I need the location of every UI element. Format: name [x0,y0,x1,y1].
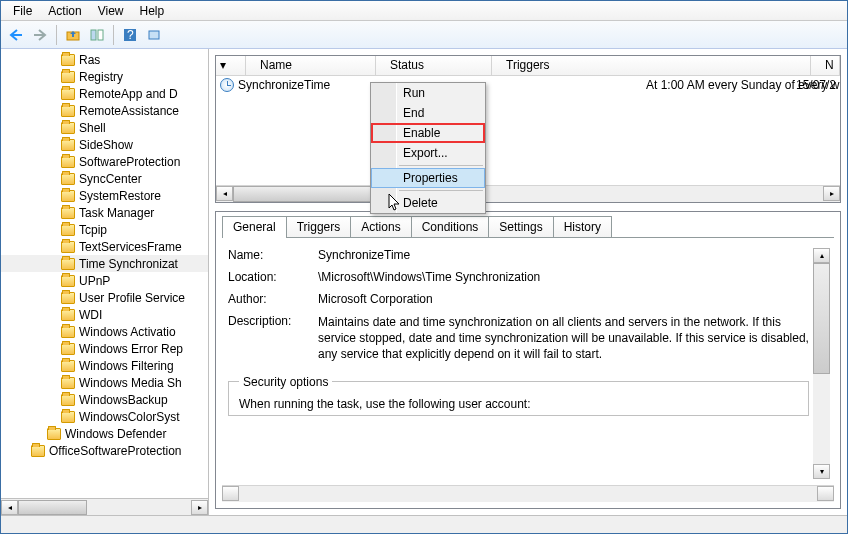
menu-file[interactable]: File [5,2,40,20]
column-sort-indicator[interactable]: ▾ [216,56,246,75]
scroll-track[interactable] [18,500,191,515]
tree-item[interactable]: Registry [1,68,208,85]
tree-item[interactable]: Ras [1,51,208,68]
scroll-left-button[interactable]: ◂ [216,186,233,201]
tree-item[interactable]: SystemRestore [1,187,208,204]
column-name[interactable]: Name [246,56,376,75]
context-end[interactable]: End [371,103,485,123]
tree-item[interactable]: Windows Filtering [1,357,208,374]
tree-item-label: SideShow [79,138,133,152]
forward-button[interactable] [29,24,51,46]
tree-item[interactable]: Windows Media Sh [1,374,208,391]
tree-item-label: Time Synchronizat [79,257,178,271]
tree-item-label: SystemRestore [79,189,161,203]
scroll-right-button[interactable]: ▸ [191,500,208,515]
task-icon [147,29,161,41]
details-horizontal-scrollbar[interactable] [222,485,834,502]
folder-icon [61,122,75,134]
folder-icon [61,360,75,372]
tab-actions[interactable]: Actions [350,216,411,237]
tree-item[interactable]: WindowsColorSyst [1,408,208,425]
tree-item[interactable]: SyncCenter [1,170,208,187]
back-button[interactable] [5,24,27,46]
column-nextrun[interactable]: N [811,56,840,75]
tab-strip: General Triggers Actions Conditions Sett… [216,212,840,237]
svg-rect-5 [149,31,159,39]
tree-horizontal-scrollbar[interactable]: ◂ ▸ [1,498,208,515]
tree-item-label: WDI [79,308,102,322]
new-task-button[interactable] [143,24,165,46]
folder-tree[interactable]: RasRegistryRemoteApp and DRemoteAssistan… [1,49,208,498]
status-bar [1,515,847,533]
scroll-thumb[interactable] [813,263,830,374]
tree-item[interactable]: Shell [1,119,208,136]
folder-icon [61,105,75,117]
help-button[interactable]: ? [119,24,141,46]
tree-item[interactable]: SideShow [1,136,208,153]
tree-item-label: Windows Activatio [79,325,176,339]
clock-icon [220,78,234,92]
scroll-track[interactable] [233,186,823,202]
scroll-up-button[interactable]: ▴ [813,248,830,263]
up-folder-button[interactable] [62,24,84,46]
tree-item[interactable]: WDI [1,306,208,323]
tab-history[interactable]: History [553,216,612,237]
toolbar-separator [56,25,57,45]
tree-item-label: Windows Media Sh [79,376,182,390]
tree-item-label: Windows Error Rep [79,342,183,356]
menu-action[interactable]: Action [40,2,89,20]
tree-item[interactable]: Task Manager [1,204,208,221]
folder-icon [61,54,75,66]
task-list-body[interactable]: SynchronizeTime At 1:00 AM every Sunday … [216,76,840,185]
menu-help[interactable]: Help [132,2,173,20]
scroll-left-button[interactable] [222,486,239,501]
context-export[interactable]: Export... [371,143,485,163]
toolbar: ? [1,21,847,49]
scroll-right-button[interactable] [817,486,834,501]
tab-triggers[interactable]: Triggers [286,216,352,237]
folder-icon [61,326,75,338]
tree-item-label: RemoteApp and D [79,87,178,101]
list-horizontal-scrollbar[interactable]: ◂ ▸ [216,185,840,202]
scroll-down-button[interactable]: ▾ [813,464,830,479]
folder-icon [61,309,75,321]
tree-item[interactable]: TextServicesFrame [1,238,208,255]
scroll-thumb[interactable] [18,500,87,515]
tree-item[interactable]: Windows Defender [1,425,208,442]
scroll-left-button[interactable]: ◂ [1,500,18,515]
folder-icon [47,428,61,440]
menu-view[interactable]: View [90,2,132,20]
context-delete[interactable]: Delete [371,193,485,213]
tree-item[interactable]: Windows Error Rep [1,340,208,357]
tree-item[interactable]: User Profile Service [1,289,208,306]
tab-general[interactable]: General [222,216,287,238]
column-status[interactable]: Status [376,56,492,75]
tree-item[interactable]: Windows Activatio [1,323,208,340]
tree-item[interactable]: RemoteApp and D [1,85,208,102]
tab-settings[interactable]: Settings [488,216,553,237]
location-label: Location: [228,270,318,284]
task-name-cell: SynchronizeTime [238,78,364,92]
tree-item[interactable]: Time Synchronizat [1,255,208,272]
tree-item[interactable]: OfficeSoftwareProtection [1,442,208,459]
tree-item[interactable]: WindowsBackup [1,391,208,408]
scroll-track[interactable] [813,263,830,464]
tree-item[interactable]: SoftwareProtection [1,153,208,170]
context-run[interactable]: Run [371,83,485,103]
tab-conditions[interactable]: Conditions [411,216,490,237]
folder-icon [61,258,75,270]
column-triggers[interactable]: Triggers [492,56,811,75]
scroll-right-button[interactable]: ▸ [823,186,840,201]
details-vertical-scrollbar[interactable]: ▴ ▾ [813,248,830,479]
toggle-tree-button[interactable] [86,24,108,46]
tree-item[interactable]: Tcpip [1,221,208,238]
tree-item[interactable]: RemoteAssistance [1,102,208,119]
scroll-track[interactable] [239,486,817,502]
security-account-text: When running the task, use the following… [239,397,798,411]
folder-icon [61,207,75,219]
tree-item-label: UPnP [79,274,110,288]
task-row[interactable]: SynchronizeTime At 1:00 AM every Sunday … [216,76,840,94]
context-enable[interactable]: Enable [371,123,485,143]
tree-item[interactable]: UPnP [1,272,208,289]
context-properties[interactable]: Properties [371,168,485,188]
